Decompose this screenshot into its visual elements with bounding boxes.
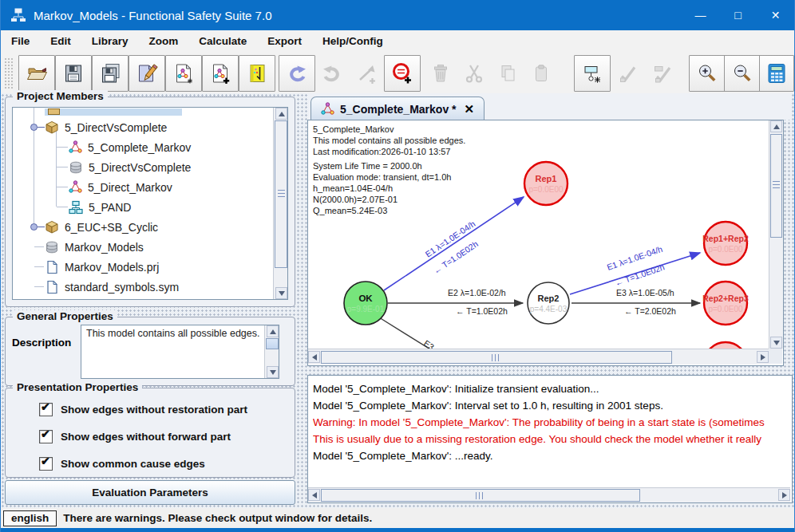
tree-item-5-directvscomplete[interactable]: 5_DirectVsComplete <box>45 117 167 137</box>
open-button[interactable] <box>18 55 55 92</box>
tab-5-complete-markov[interactable]: 5_Complete_Markov * ✕ <box>310 97 485 120</box>
minimize-button[interactable]: — <box>682 0 719 30</box>
scroll-down-arrow[interactable] <box>275 287 287 299</box>
menu-calculate[interactable]: Calculate <box>188 35 257 47</box>
menu-export[interactable]: Export <box>257 35 312 47</box>
tree-scrollbar[interactable] <box>273 108 287 299</box>
output-window[interactable]: Model '5_Complete_Markov': Initialize tr… <box>307 375 793 503</box>
checkbox-row-restoration[interactable]: ✔ Show edges without restoration part <box>39 403 247 416</box>
canvas-vscrollbar[interactable] <box>769 120 783 349</box>
state-node-rep2[interactable] <box>528 282 569 324</box>
checkbox-label: Show edges without forward part <box>61 431 231 443</box>
description-scrollbar-thumb[interactable] <box>266 338 279 349</box>
state-node-rep1[interactable] <box>524 162 568 205</box>
add-model-button[interactable] <box>202 55 239 92</box>
tree-item-label: 5_DirectVsComplete <box>65 121 167 134</box>
tree-scrollbar-thumb[interactable] <box>275 120 287 268</box>
add-state-button[interactable] <box>384 55 421 92</box>
tree-guide-line <box>38 127 45 128</box>
undo-button[interactable] <box>279 55 315 92</box>
tab-close-icon[interactable]: ✕ <box>465 102 475 116</box>
scroll-up-arrow[interactable] <box>275 108 287 120</box>
canvas-hscrollbar-thumb[interactable] <box>321 351 672 364</box>
tree-item-standard-symbols-sym[interactable]: standard_symbols.sym <box>45 277 179 297</box>
state-node-ok[interactable] <box>344 282 387 325</box>
checkbox-row-forward[interactable]: ✔ Show edges without forward part <box>39 430 231 443</box>
tree-item-label: standard_symbols.sym <box>65 281 179 294</box>
new-transition-button[interactable] <box>574 55 611 92</box>
state-node-rep2-rep3[interactable] <box>704 282 747 325</box>
tree-item-5-pand[interactable]: 5_PAND <box>69 197 131 217</box>
checkbox-checked[interactable]: ✔ <box>39 430 53 443</box>
zoom-out-button[interactable] <box>724 55 761 92</box>
delete-button[interactable] <box>422 55 459 92</box>
check-icon: ✔ <box>41 455 50 467</box>
scroll-right-arrow[interactable] <box>778 489 790 501</box>
commit-button[interactable] <box>609 55 646 92</box>
scroll-down-arrow[interactable] <box>770 337 782 349</box>
state-node-partial[interactable] <box>704 342 747 349</box>
calculator-icon <box>765 62 788 85</box>
add-state-icon <box>391 62 413 85</box>
checkbox-row-common-cause[interactable]: ✔ Show common cause edges <box>39 457 205 471</box>
save-button[interactable] <box>55 55 92 92</box>
zoom-in-button[interactable] <box>689 55 726 92</box>
edit-document-button[interactable] <box>129 55 165 92</box>
scroll-down-arrow[interactable] <box>267 366 279 378</box>
library-button[interactable] <box>239 55 275 92</box>
scrollbar-corner <box>769 349 782 364</box>
tree-item-5-directvscomplete-result[interactable]: 5_DirectVsComplete <box>69 157 191 177</box>
redo-button[interactable] <box>314 55 350 92</box>
tree-item-5-complete-markov[interactable]: 5_Complete_Markov <box>69 137 191 157</box>
state-node-rep1-rep2[interactable] <box>704 222 747 265</box>
save-floppy-icon <box>62 62 85 85</box>
new-model-button[interactable] <box>165 55 202 92</box>
tree-item-partial-selected[interactable] <box>45 108 182 116</box>
tree-item-markov-models-prj[interactable]: Markov_Models.prj <box>45 257 159 277</box>
canvas-vscrollbar-thumb[interactable] <box>770 134 782 238</box>
diagram-canvas[interactable]: 5_Complete_Markov This model contains al… <box>308 120 768 349</box>
close-button[interactable]: ✕ <box>757 0 794 30</box>
checkbox-label: Show common cause edges <box>61 458 205 470</box>
output-hscrollbar-thumb[interactable] <box>321 489 640 502</box>
checkbox-checked[interactable]: ✔ <box>39 457 53 471</box>
save-all-button[interactable] <box>92 55 129 92</box>
scroll-up-arrow[interactable] <box>267 325 279 337</box>
edge-restoration-label: ← T=1.0E02h <box>456 306 508 316</box>
menu-help-config[interactable]: Help/Config <box>312 35 394 47</box>
description-field[interactable]: This model contains all possible edges. <box>81 325 279 379</box>
output-line: Model '5_Complete_Markov': Initialize tr… <box>313 380 790 397</box>
scroll-left-arrow[interactable] <box>308 489 320 501</box>
language-selector[interactable]: english <box>3 510 57 526</box>
output-hscrollbar[interactable] <box>308 487 790 502</box>
calculator-button[interactable] <box>759 55 794 92</box>
canvas-hscrollbar[interactable] <box>308 349 769 365</box>
menu-file[interactable]: File <box>1 35 40 47</box>
tree-item-6-euc-sb-cyclic[interactable]: 6_EUC+SB_Cyclic <box>45 217 158 237</box>
menu-zoom[interactable]: Zoom <box>139 35 189 47</box>
tree-item-5-direct-markov[interactable]: 5_Direct_Markov <box>69 177 172 197</box>
scroll-up-arrow[interactable] <box>770 120 782 132</box>
commit-all-button[interactable] <box>644 55 681 92</box>
maximize-button[interactable]: □ <box>719 0 757 30</box>
description-text: This model contains all possible edges. <box>81 325 279 341</box>
description-scrollbar[interactable] <box>264 325 279 378</box>
add-edge-button[interactable] <box>349 55 386 92</box>
tree-item-label: Markov_Models.prj <box>65 261 159 274</box>
edge-e1-ok-rep1[interactable] <box>384 197 524 290</box>
tree-expand-handle[interactable] <box>30 223 38 231</box>
state-label: OK <box>358 294 373 303</box>
paste-button[interactable] <box>523 55 560 92</box>
evaluation-parameters-button[interactable]: Evaluation Parameters <box>5 480 295 505</box>
tree-item-markov-models[interactable]: Markov_Models <box>45 237 144 257</box>
checkbox-checked[interactable]: ✔ <box>39 403 53 416</box>
menu-edit[interactable]: Edit <box>40 35 81 47</box>
menu-library[interactable]: Library <box>81 35 139 47</box>
edge-rate-label: E3 <box>422 338 437 349</box>
scroll-right-arrow[interactable] <box>757 351 769 363</box>
copy-button[interactable] <box>489 55 526 92</box>
cut-button[interactable] <box>456 55 492 92</box>
scroll-left-arrow[interactable] <box>308 351 320 363</box>
toolbar-grip[interactable] <box>4 57 14 89</box>
tree-collapse-handle[interactable] <box>30 124 38 131</box>
